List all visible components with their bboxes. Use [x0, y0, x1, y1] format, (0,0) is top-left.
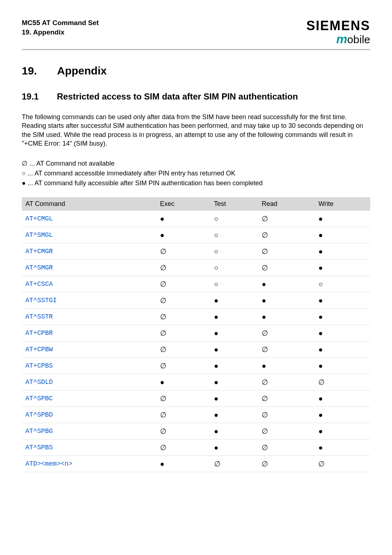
cmd-cell[interactable]: AT^SPBC: [22, 390, 156, 407]
cmd-cell[interactable]: ATD><mem><n>: [22, 456, 156, 472]
command-table: AT Command Exec Test Read Write AT+CMGL●…: [22, 197, 370, 472]
section-label: 19. Appendix: [22, 28, 99, 37]
th-exec: Exec: [156, 197, 211, 211]
read-cell: ∅: [258, 260, 315, 276]
h1-num: 19.: [22, 65, 54, 77]
table-row: AT+CPBR∅●∅●: [22, 325, 370, 341]
write-cell: ∅: [315, 374, 370, 390]
table-row: AT+CMGR∅○∅●: [22, 243, 370, 260]
write-cell: ●: [315, 243, 370, 260]
cmd-cell[interactable]: AT^SSTR: [22, 309, 156, 325]
cmd-cell[interactable]: AT+CPBR: [22, 325, 156, 341]
cmd-cell[interactable]: AT+CMGL: [22, 211, 156, 227]
doc-title: MC55 AT Command Set: [22, 18, 99, 28]
test-cell: ●: [211, 309, 258, 325]
test-cell: ○: [211, 227, 258, 243]
subbrand: mobile: [306, 32, 370, 46]
write-cell: ●: [315, 325, 370, 341]
exec-cell: ∅: [156, 423, 211, 439]
table-row: AT+CSCA∅○●○: [22, 276, 370, 292]
th-read: Read: [258, 197, 315, 211]
test-cell: ●: [211, 292, 258, 309]
read-cell: ∅: [258, 227, 315, 243]
read-cell: ∅: [258, 243, 315, 260]
header-left: MC55 AT Command Set 19. Appendix: [22, 18, 99, 37]
test-cell: ●: [211, 325, 258, 341]
cmd-cell[interactable]: AT^SPBG: [22, 423, 156, 439]
exec-cell: ∅: [156, 407, 211, 423]
legend-empty: ∅ ... AT Command not available: [22, 159, 370, 169]
brand-logo: SIEMENS: [306, 18, 370, 33]
cmd-cell[interactable]: AT+CPBS: [22, 358, 156, 374]
exec-cell: ∅: [156, 439, 211, 456]
exec-cell: ∅: [156, 358, 211, 374]
cmd-cell[interactable]: AT^SPBD: [22, 407, 156, 423]
write-cell: ●: [315, 309, 370, 325]
exec-cell: ∅: [156, 309, 211, 325]
h1-title: Appendix: [57, 65, 107, 77]
read-cell: ∅: [258, 407, 315, 423]
test-cell: ●: [211, 390, 258, 407]
write-cell: ∅: [315, 456, 370, 472]
write-cell: ●: [315, 358, 370, 374]
cmd-cell[interactable]: AT^SPBS: [22, 439, 156, 456]
test-cell: ○: [211, 276, 258, 292]
h2-num: 19.1: [22, 92, 54, 102]
cmd-cell[interactable]: AT^SDLD: [22, 374, 156, 390]
table-row: AT+CMGL●○∅●: [22, 211, 370, 227]
table-row: AT+CPBS∅●●●: [22, 358, 370, 374]
exec-cell: ∅: [156, 260, 211, 276]
write-cell: ●: [315, 341, 370, 358]
exec-cell: ∅: [156, 243, 211, 260]
table-row: AT^SPBG∅●∅●: [22, 423, 370, 439]
read-cell: ∅: [258, 456, 315, 472]
page-header: MC55 AT Command Set 19. Appendix SIEMENS…: [22, 18, 370, 50]
read-cell: ●: [258, 276, 315, 292]
legend-block: ∅ ... AT Command not available ○ ... AT …: [22, 159, 370, 188]
intro-paragraph: The following commands can be used only …: [22, 113, 370, 148]
cmd-cell[interactable]: AT^SSTGI: [22, 292, 156, 309]
table-row: AT+CPBW∅●∅●: [22, 341, 370, 358]
exec-cell: ∅: [156, 390, 211, 407]
h1-appendix: 19. Appendix: [22, 65, 370, 77]
read-cell: ∅: [258, 325, 315, 341]
table-row: AT^SDLD●●∅∅: [22, 374, 370, 390]
table-row: AT^SSTGI∅●●●: [22, 292, 370, 309]
read-cell: ∅: [258, 439, 315, 456]
read-cell: ∅: [258, 390, 315, 407]
exec-cell: ∅: [156, 292, 211, 309]
test-cell: ●: [211, 407, 258, 423]
read-cell: ●: [258, 292, 315, 309]
write-cell: ●: [315, 439, 370, 456]
table-row: AT^SMGR∅○∅●: [22, 260, 370, 276]
cmd-cell[interactable]: AT^SMGL: [22, 227, 156, 243]
h2-title: Restricted access to SIM data after SIM …: [57, 92, 298, 101]
cmd-cell[interactable]: AT^SMGR: [22, 260, 156, 276]
test-cell: ●: [211, 341, 258, 358]
write-cell: ○: [315, 276, 370, 292]
cmd-cell[interactable]: AT+CSCA: [22, 276, 156, 292]
read-cell: ∅: [258, 423, 315, 439]
write-cell: ●: [315, 390, 370, 407]
cmd-cell[interactable]: AT+CMGR: [22, 243, 156, 260]
legend-filled: ● ... AT command fully accessible after …: [22, 178, 370, 188]
th-test: Test: [211, 197, 258, 211]
table-header-row: AT Command Exec Test Read Write: [22, 197, 370, 211]
subbrand-m: m: [336, 32, 347, 46]
test-cell: ●: [211, 439, 258, 456]
table-row: AT^SPBC∅●∅●: [22, 390, 370, 407]
table-row: AT^SSTR∅●●●: [22, 309, 370, 325]
write-cell: ●: [315, 211, 370, 227]
exec-cell: ∅: [156, 276, 211, 292]
write-cell: ●: [315, 227, 370, 243]
read-cell: ●: [258, 358, 315, 374]
test-cell: ●: [211, 374, 258, 390]
header-right: SIEMENS mobile: [306, 18, 370, 46]
exec-cell: ●: [156, 456, 211, 472]
table-row: AT^SPBD∅●∅●: [22, 407, 370, 423]
read-cell: ∅: [258, 341, 315, 358]
exec-cell: ∅: [156, 341, 211, 358]
write-cell: ●: [315, 260, 370, 276]
write-cell: ●: [315, 423, 370, 439]
cmd-cell[interactable]: AT+CPBW: [22, 341, 156, 358]
